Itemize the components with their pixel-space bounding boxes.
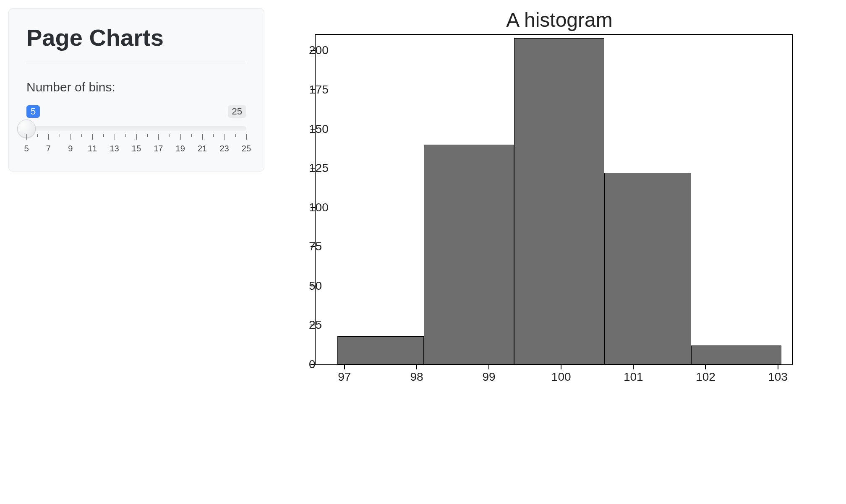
histogram-bar [604, 173, 691, 364]
histogram-bar [514, 38, 604, 365]
slider-value-badge: 5 [26, 105, 40, 118]
chart-title: A histogram [281, 8, 838, 31]
x-tick-label: 99 [483, 370, 496, 384]
sidebar-panel: Page Charts Number of bins: 5 25 5791113… [8, 8, 264, 171]
slider-label: Number of bins: [26, 80, 246, 94]
x-tick-label: 100 [551, 370, 571, 384]
histogram-bar [337, 336, 424, 364]
x-tick-label: 97 [338, 370, 351, 384]
page-title: Page Charts [26, 24, 246, 51]
slider-tick-labels: 5791113151719212325 [26, 144, 246, 153]
chart-panel: A histogram 0255075100125150175200979899… [281, 8, 838, 365]
x-tick-label: 103 [768, 370, 788, 384]
histogram-plot: 0255075100125150175200979899100101102103 [315, 34, 793, 365]
slider-track[interactable] [26, 126, 246, 131]
slider-max-badge: 25 [228, 105, 246, 118]
slider-ticks [26, 134, 246, 142]
histogram-bar [691, 346, 781, 364]
x-tick-label: 101 [624, 370, 643, 384]
histogram-bar [424, 145, 514, 364]
divider [26, 63, 246, 63]
bins-slider[interactable]: 5 25 5791113151719212325 [26, 105, 246, 153]
x-tick-label: 102 [696, 370, 715, 384]
x-tick-label: 98 [410, 370, 423, 384]
